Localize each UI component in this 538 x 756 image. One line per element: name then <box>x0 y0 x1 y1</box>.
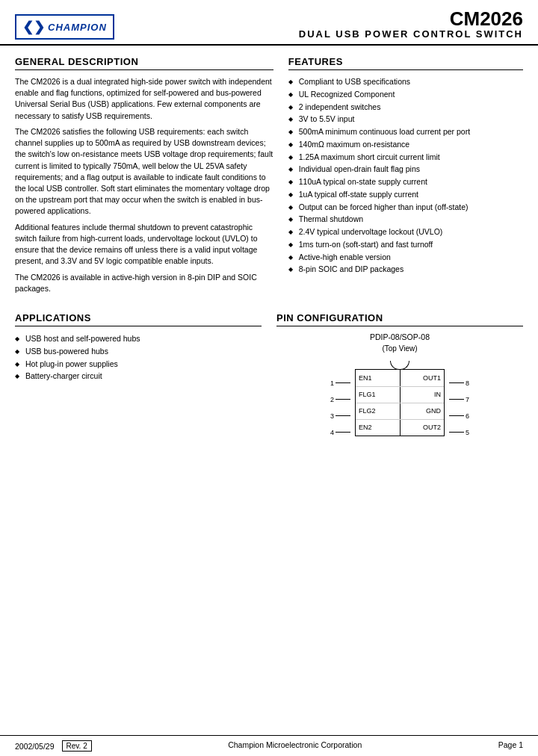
list-item: 110uA typical on-state supply current <box>288 176 523 188</box>
header: ❮❯ CHAMPION CM2026 Dual USB Power Contro… <box>0 0 538 46</box>
footer-date: 2002/05/29 <box>15 742 55 751</box>
list-item: 2.4V typical undervoltage lockout (UVLO) <box>288 226 523 238</box>
list-item: 1uA typical off-state supply current <box>288 189 523 201</box>
general-description-title: General Description <box>15 56 273 70</box>
bottom-two-col: Applications USB host and self-powered h… <box>15 312 523 447</box>
pin-num-3: 3 <box>325 412 334 420</box>
part-number: CM2026 <box>299 9 523 28</box>
list-item: Individual open-drain fault flag pins <box>288 164 523 176</box>
list-item: 3V to 5.5V input <box>288 114 523 126</box>
footer-page: Page 1 <box>498 740 523 752</box>
title-area: CM2026 Dual USB Power Control Switch <box>299 9 523 40</box>
list-item: 1.25A maximum short circuit current limi… <box>288 152 523 164</box>
list-item: 140mΩ maximum on-resistance <box>288 139 523 151</box>
list-item: 8-pin SOIC and DIP packages <box>288 264 523 276</box>
logo-icon: ❮❯ <box>22 19 45 35</box>
pin-label-flg2: FLG2 <box>356 407 400 415</box>
applications-title: Applications <box>15 312 262 326</box>
pin-label-out1: OUT1 <box>401 374 445 382</box>
gen-desc-para-1: The CM2026 is a dual integrated high-sid… <box>15 76 273 122</box>
list-item: USB host and self-powered hubs <box>15 332 262 345</box>
pin-num-1: 1 <box>325 379 334 387</box>
features-list: Compliant to USB specifications UL Recog… <box>288 76 523 276</box>
list-item: Compliant to USB specifications <box>288 76 523 88</box>
gen-desc-para-4: The CM2026 is available in active-high v… <box>15 272 273 294</box>
list-item: Hot plug-in power supplies <box>15 358 262 371</box>
footer-company: Champion Microelectronic Corporation <box>228 740 362 752</box>
logo-box: ❮❯ CHAMPION <box>15 14 114 40</box>
pin-label-in: IN <box>401 391 445 398</box>
package-label: PDIP-08/SOP-08 <box>276 332 523 341</box>
list-item: Active-high enable version <box>288 252 523 264</box>
list-item: Output can be forced higher than input (… <box>288 202 523 214</box>
footer-rev: Rev. 2 <box>62 740 92 752</box>
list-item: USB bus-powered hubs <box>15 345 262 358</box>
features-title: Features <box>288 56 523 70</box>
list-item: 1ms turn-on (soft-start) and fast turnof… <box>288 239 523 251</box>
pin-label-en1: EN1 <box>356 374 400 382</box>
page: ❮❯ CHAMPION CM2026 Dual USB Power Contro… <box>0 0 538 756</box>
part-subtitle: Dual USB Power Control Switch <box>299 28 523 40</box>
pin-config-title: Pin Configuration <box>276 312 523 326</box>
pin-label-flg1: FLG1 <box>356 391 400 398</box>
pin-num-6: 6 <box>466 412 474 420</box>
pin-num-8: 8 <box>466 379 474 387</box>
list-item: Thermal shutdown <box>288 214 523 226</box>
list-item: 2 independent switches <box>288 102 523 114</box>
pin-config-section: Pin Configuration PDIP-08/SOP-08 (Top Vi… <box>276 312 523 447</box>
main-content: General Description The CM2026 is a dual… <box>0 46 538 492</box>
package-view: (Top View) <box>276 344 523 353</box>
pin-num-2: 2 <box>325 396 334 403</box>
applications-section: Applications USB host and self-powered h… <box>15 312 262 447</box>
list-item: Battery-charger circuit <box>15 370 262 382</box>
pin-num-4: 4 <box>325 429 334 436</box>
pin-label-gnd: GND <box>401 407 445 415</box>
gen-desc-para-2: The CM2026 satisfies the following USB r… <box>15 126 273 217</box>
top-two-col: General Description The CM2026 is a dual… <box>15 56 523 299</box>
list-item: 500mA minimum continuous load current pe… <box>288 126 523 138</box>
footer: 2002/05/29 Rev. 2 Champion Microelectron… <box>0 735 538 756</box>
logo-text: CHAMPION <box>48 22 107 33</box>
features-section: Features Compliant to USB specifications… <box>288 56 523 299</box>
applications-list: USB host and self-powered hubs USB bus-p… <box>15 332 262 382</box>
pin-diagram: PDIP-08/SOP-08 (Top View) 1 2 <box>276 332 523 447</box>
pin-num-5: 5 <box>466 429 474 436</box>
footer-date-area: 2002/05/29 Rev. 2 <box>15 740 92 752</box>
pin-num-7: 7 <box>466 396 474 403</box>
gen-desc-para-3: Additional features include thermal shut… <box>15 222 273 267</box>
general-description-section: General Description The CM2026 is a dual… <box>15 56 273 299</box>
pin-label-out2: OUT2 <box>401 424 445 431</box>
list-item: UL Recognized Component <box>288 89 523 101</box>
logo-area: ❮❯ CHAMPION <box>15 14 114 40</box>
pin-label-en2: EN2 <box>356 424 400 431</box>
